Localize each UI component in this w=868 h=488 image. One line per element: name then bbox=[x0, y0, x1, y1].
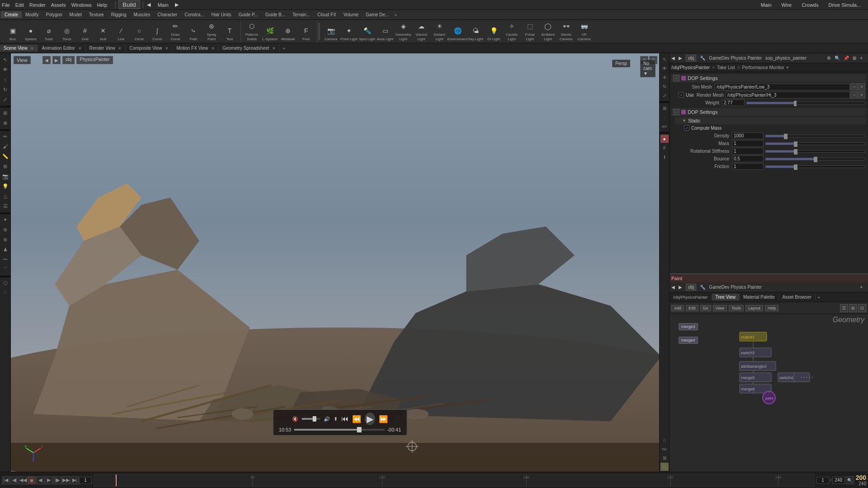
tool-font[interactable]: F Font bbox=[297, 25, 315, 42]
ptab-material[interactable]: Material Palette bbox=[740, 294, 778, 300]
tool-line[interactable]: ⁄ Line bbox=[112, 25, 130, 42]
tl-step-fwd[interactable]: |▶ bbox=[53, 476, 61, 484]
sim-mesh-clear[interactable]: × bbox=[858, 83, 865, 90]
tool-arealight[interactable]: ▭ Area Light bbox=[376, 25, 394, 42]
nav-arrow-right[interactable]: ▶ bbox=[175, 2, 179, 8]
lt-brush[interactable]: 🖌 bbox=[1, 142, 10, 151]
tool-portallight[interactable]: ⬚ Portal Light bbox=[521, 21, 539, 42]
rot-dot[interactable]: · bbox=[660, 113, 669, 121]
weight-input[interactable] bbox=[722, 99, 745, 106]
shelf-tab-constra[interactable]: Constra... bbox=[181, 11, 208, 18]
lt-capture[interactable]: ⊚ bbox=[1, 225, 10, 234]
tab-animation-editor[interactable]: Animation Editor ✕ bbox=[38, 45, 85, 52]
compute-mass-cb[interactable]: ✓ bbox=[684, 125, 689, 131]
static-header[interactable]: ▼ Static bbox=[675, 117, 866, 124]
pt-add-btn[interactable]: Add bbox=[671, 305, 684, 311]
fast-forward-btn[interactable]: ⏩ bbox=[379, 415, 388, 423]
shelf-tab-guidep[interactable]: Guide P... bbox=[235, 11, 261, 18]
pt-tools-btn[interactable]: Tools bbox=[729, 305, 744, 311]
tl-start-frame[interactable] bbox=[816, 477, 829, 484]
rot-view2[interactable]: 👁 bbox=[660, 64, 669, 72]
friction-handle[interactable] bbox=[794, 164, 797, 170]
tool-vrcamera[interactable]: 🥽 VR Camera bbox=[575, 21, 593, 42]
tl-step-back2[interactable]: ◀◀ bbox=[19, 476, 27, 484]
shelf-tab-character[interactable]: Character bbox=[154, 11, 181, 18]
tl-frame-input[interactable] bbox=[79, 477, 92, 484]
density-slider[interactable] bbox=[765, 135, 865, 137]
tl-end-frame[interactable] bbox=[832, 477, 845, 484]
shelf-tab-volume[interactable]: Volume bbox=[340, 11, 362, 18]
tab-close-composite[interactable]: ✕ bbox=[165, 46, 169, 51]
tab-close-geo[interactable]: ✕ bbox=[272, 46, 276, 51]
shelf-tab-modify[interactable]: Modify bbox=[22, 11, 42, 18]
tool-skylight[interactable]: 🌤 Sky Light bbox=[467, 25, 485, 42]
lt-transform[interactable]: ↕ bbox=[1, 75, 10, 84]
view-label[interactable]: View bbox=[14, 56, 31, 64]
tool-text[interactable]: T Text bbox=[221, 25, 239, 42]
rot-abc[interactable]: abc bbox=[660, 122, 669, 130]
lt-light[interactable]: 💡 bbox=[1, 182, 10, 191]
tab-close-scene[interactable]: ✕ bbox=[30, 46, 34, 51]
shelf-tab-rigging[interactable]: Rigging bbox=[108, 11, 130, 18]
tool-metaball[interactable]: ⊕ Metaball bbox=[279, 25, 297, 42]
tool-platonic[interactable]: ⬡ Platonic Solids bbox=[243, 21, 261, 42]
tl-play-back[interactable]: ◀ bbox=[36, 476, 44, 484]
ptab-tree-view[interactable]: Tree View bbox=[712, 294, 740, 300]
lt-bone[interactable]: ✦ bbox=[1, 215, 10, 224]
density-handle[interactable] bbox=[784, 134, 788, 139]
lt-pivot[interactable]: ⊕ bbox=[1, 118, 10, 127]
dop-collapse-btn-2[interactable]: − bbox=[673, 109, 679, 115]
node-1[interactable]: merge3 bbox=[679, 323, 698, 330]
node-network-view[interactable]: Geometry merge3 merge4 output1 switch3 a… bbox=[670, 314, 868, 472]
lt-layout[interactable]: ⊞ bbox=[1, 162, 10, 171]
weight-slider[interactable] bbox=[746, 102, 865, 104]
tab-composite-view[interactable]: Composite View ✕ bbox=[126, 45, 173, 52]
menu-edit[interactable]: Edit bbox=[15, 2, 24, 8]
menu-crowds[interactable]: Crowds bbox=[802, 2, 818, 8]
tool-geolight[interactable]: ◈ Geometry Light bbox=[394, 21, 412, 42]
lt-geo[interactable]: △ bbox=[1, 192, 10, 201]
tool-curve[interactable]: ∫ Curve bbox=[148, 25, 166, 42]
rot-snap[interactable]: ⊞ bbox=[660, 104, 669, 112]
rewind-btn[interactable]: ⏪ bbox=[352, 415, 361, 423]
render-mesh-browse[interactable]: → bbox=[850, 91, 858, 99]
menu-render[interactable]: Render bbox=[29, 2, 46, 8]
menu-assets[interactable]: Assets bbox=[51, 2, 66, 8]
ph-plus[interactable]: + bbox=[860, 285, 863, 290]
tool-gilight[interactable]: 💡 GI Light bbox=[485, 25, 503, 42]
lt-deform[interactable]: ⊛ bbox=[1, 235, 10, 244]
tool-drawcurve[interactable]: ✏ Draw Curve bbox=[166, 21, 184, 42]
lt-handle[interactable]: ☰ bbox=[1, 202, 10, 211]
persp-button[interactable]: Persp bbox=[612, 60, 630, 67]
nav-back[interactable]: ◀ bbox=[42, 56, 51, 64]
pt-grid-icon[interactable]: ⊞ bbox=[849, 304, 857, 312]
rot-info[interactable]: ℹ bbox=[660, 153, 669, 161]
menu-help[interactable]: Help bbox=[97, 2, 107, 8]
rp-plus-tab[interactable]: + bbox=[786, 65, 789, 70]
ptab-add[interactable]: + bbox=[816, 294, 822, 301]
rp-take-list[interactable]: Take List bbox=[717, 65, 735, 70]
weight-slider-handle[interactable] bbox=[794, 101, 797, 106]
rot-grid[interactable]: # bbox=[660, 144, 669, 152]
volume-slider[interactable] bbox=[302, 418, 320, 420]
tl-play-fwd[interactable]: ▶ bbox=[45, 476, 53, 484]
tool-ambientlight[interactable]: ◯ Ambient Light bbox=[539, 21, 557, 42]
rp-perf-monitor[interactable]: Performance Monitor bbox=[742, 65, 784, 70]
tool-lsystem[interactable]: 🌿 L-System bbox=[261, 25, 279, 42]
lt-popnet[interactable]: ∷ bbox=[1, 288, 10, 297]
progress-handle[interactable] bbox=[357, 427, 361, 432]
rp-gear[interactable]: ⚙ bbox=[827, 56, 831, 61]
progress-bar[interactable] bbox=[294, 429, 384, 431]
rp-path-obj[interactable]: /obj/PhysicsPainter bbox=[671, 65, 710, 70]
shelf-tab-create[interactable]: Create bbox=[1, 11, 22, 18]
tool-causticlight[interactable]: ✧ Caustic Light bbox=[503, 21, 521, 42]
bounce-slider[interactable] bbox=[765, 158, 865, 160]
shelf-tab-muscles[interactable]: Muscles bbox=[130, 11, 154, 18]
lt-measure[interactable]: 📏 bbox=[1, 152, 10, 161]
render-mesh-input[interactable] bbox=[726, 92, 850, 99]
tool-pointlight[interactable]: ✦ Point Light bbox=[340, 25, 358, 42]
menu-file[interactable]: File bbox=[2, 2, 10, 8]
rot-xyz[interactable]: xyz bbox=[660, 445, 669, 453]
rot-select[interactable]: ↖ bbox=[660, 55, 669, 63]
tool-path[interactable]: ⤷ Path bbox=[184, 25, 203, 42]
